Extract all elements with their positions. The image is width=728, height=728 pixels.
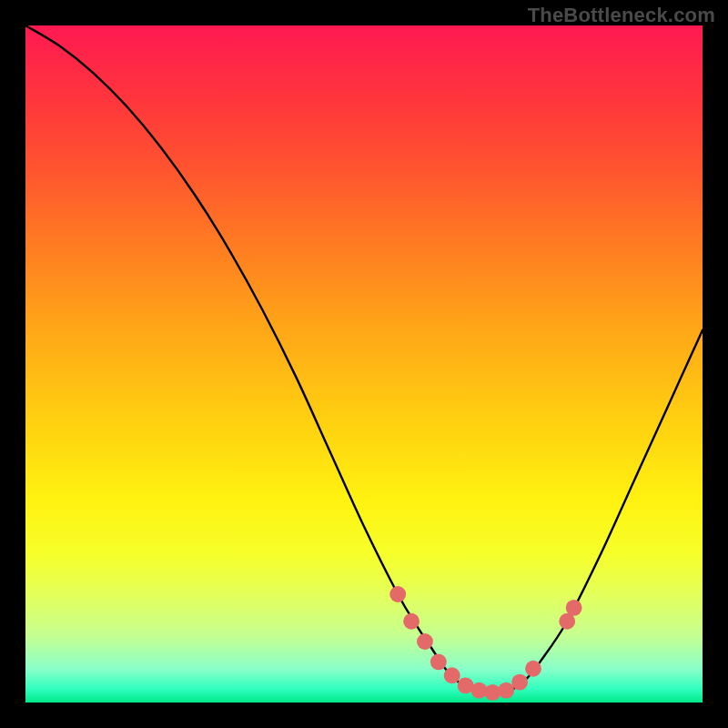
curve-svg <box>25 25 703 703</box>
highlight-point <box>444 667 460 683</box>
highlight-point <box>511 674 528 691</box>
highlight-point <box>417 633 433 650</box>
attribution-text: TheBottleneck.com <box>528 4 715 27</box>
chart-frame: TheBottleneck.com <box>0 0 728 728</box>
highlight-point <box>403 613 420 630</box>
highlight-point <box>430 653 447 670</box>
highlight-point <box>566 600 582 616</box>
highlight-point <box>389 586 406 602</box>
bottleneck-curve <box>25 25 703 693</box>
highlight-point <box>498 682 514 699</box>
highlight-point <box>525 661 541 677</box>
plot-area <box>25 25 703 703</box>
